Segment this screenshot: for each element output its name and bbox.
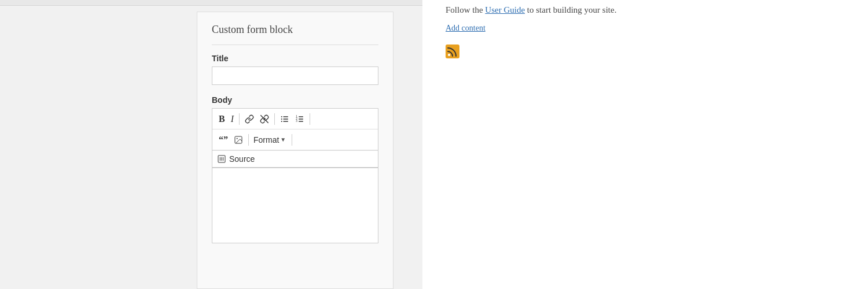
left-panel: Custom form block Title Body B I path{ — [0, 0, 422, 289]
source-label: Source — [229, 154, 255, 164]
link-icon: path{fill:none;stroke:#333;stroke-width:… — [245, 114, 254, 124]
separator-4 — [248, 134, 249, 146]
svg-point-5 — [281, 118, 282, 120]
blockquote-button[interactable]: “” — [216, 134, 231, 146]
user-guide-link[interactable]: User Guide — [485, 5, 525, 14]
format-dropdown[interactable]: Format ▼ — [251, 134, 289, 146]
svg-point-14 — [237, 138, 238, 139]
separator-2 — [274, 113, 275, 125]
unlink-icon: path{fill:none;stroke:#333;stroke-width:… — [260, 114, 269, 124]
top-gray-bar — [0, 0, 422, 6]
intro-text-after-link: to start building your site. — [525, 5, 616, 14]
form-block-title: Custom form block — [212, 24, 378, 36]
svg-text:3: 3 — [296, 120, 297, 123]
image-button[interactable] — [231, 134, 246, 146]
source-icon — [217, 154, 226, 164]
bold-button[interactable]: B — [216, 113, 228, 125]
title-field-label: Title — [212, 54, 378, 63]
intro-text: Follow the User Guide to start building … — [446, 3, 845, 17]
svg-point-4 — [281, 116, 282, 117]
separator-3 — [310, 113, 310, 125]
image-icon — [234, 135, 243, 144]
format-label: Format — [253, 135, 279, 144]
form-block-divider — [212, 45, 378, 45]
editor-toolbar: B I path{fill:none;stroke:#333;stroke-wi… — [212, 109, 378, 168]
ordered-list-icon: 1 2 3 — [295, 114, 304, 124]
toolbar-row-2: “” Format ▼ — [212, 129, 378, 150]
title-input[interactable] — [212, 66, 378, 85]
unordered-list-button[interactable] — [277, 113, 292, 125]
separator-5 — [292, 134, 292, 146]
separator-1 — [239, 113, 240, 125]
ordered-list-button[interactable]: 1 2 3 — [292, 113, 307, 125]
add-content-link[interactable]: Add content — [446, 24, 486, 33]
toolbar-row-1: B I path{fill:none;stroke:#333;stroke-wi… — [212, 109, 378, 129]
toolbar-row-3: Source — [212, 150, 378, 167]
source-button[interactable]: Source — [217, 154, 255, 164]
right-panel: Follow the User Guide to start building … — [422, 0, 868, 289]
form-block-container: Custom form block Title Body B I path{ — [197, 12, 393, 289]
unlink-button[interactable]: path{fill:none;stroke:#333;stroke-width:… — [257, 113, 272, 125]
rss-icon — [446, 45, 459, 58]
link-button[interactable]: path{fill:none;stroke:#333;stroke-width:… — [242, 113, 257, 125]
body-editor: B I path{fill:none;stroke:#333;stroke-wi… — [212, 108, 378, 243]
svg-point-6 — [281, 121, 282, 122]
intro-text-before-link: Follow the — [446, 5, 485, 14]
unordered-list-icon — [280, 114, 289, 124]
svg-point-20 — [448, 54, 450, 56]
italic-button[interactable]: I — [228, 113, 237, 125]
body-field-label: Body — [212, 95, 378, 105]
editor-content-area[interactable] — [212, 168, 378, 243]
chevron-down-icon: ▼ — [280, 136, 286, 143]
